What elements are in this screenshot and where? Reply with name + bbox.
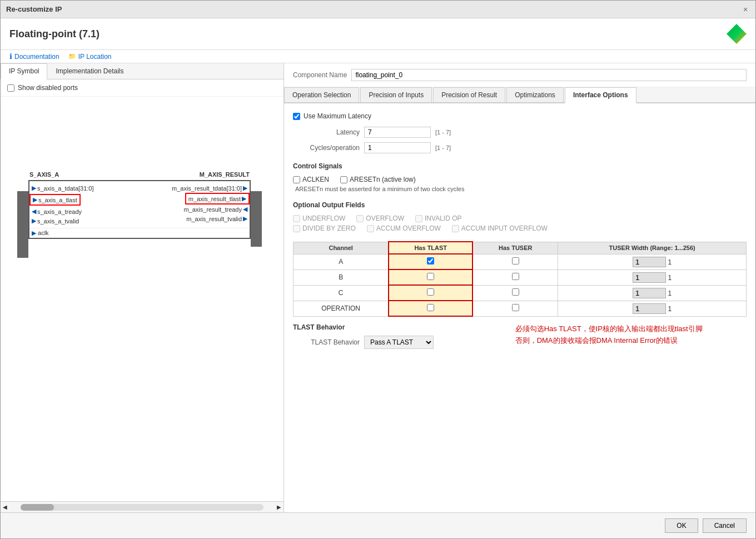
- title-bar: Re-customize IP ×: [1, 1, 755, 18]
- tab-optimizations[interactable]: Optimizations: [506, 87, 564, 102]
- symbol-box: S_AXIS_A M_AXIS_RESULT ▶ s_axis_a_tdata[…: [28, 180, 251, 239]
- tuser-a-checkbox[interactable]: [512, 257, 519, 264]
- aresetn-note: ARESETn must be asserted for a minimum o…: [295, 186, 747, 192]
- port-m-result-tvalid: m_axis_result_tvalid ▶: [184, 214, 250, 223]
- annotation-container: 必须勾选Has TLAST，使IP核的输入输出端都出现tlast引脚 否则，DM…: [504, 323, 747, 347]
- divide-by-zero-label: DIVIDE BY ZERO: [302, 224, 356, 232]
- accum-overflow-item: ACCUM OVERFLOW: [367, 224, 441, 232]
- tlast-behavior-select[interactable]: Pass A TLAST OR All TLASTS AND All TLAST…: [364, 336, 434, 349]
- tuser-width-a: 1: [558, 254, 747, 270]
- cycles-row: Cycles/operation [1 - 7]: [293, 142, 747, 153]
- latency-input[interactable]: [364, 127, 431, 138]
- cycles-input[interactable]: [364, 142, 431, 153]
- accum-overflow-checkbox[interactable]: [367, 225, 374, 232]
- tuser-a: [472, 254, 558, 270]
- tab-operation-selection[interactable]: Operation Selection: [284, 87, 359, 102]
- tab-ip-symbol[interactable]: IP Symbol: [1, 63, 47, 79]
- tlast-a-checkbox[interactable]: [427, 257, 434, 264]
- divide-by-zero-checkbox[interactable]: [293, 225, 300, 232]
- use-max-latency-checkbox[interactable]: [293, 113, 300, 120]
- channel-operation: OPERATION: [294, 301, 389, 316]
- right-panel: Component Name Operation Selection Preci…: [284, 63, 755, 512]
- show-disabled-checkbox[interactable]: [7, 84, 14, 92]
- file-icon: 📁: [68, 53, 76, 60]
- left-tabs: IP Symbol Implementation Details: [1, 63, 284, 79]
- left-connector: [17, 191, 28, 258]
- tlast-behavior-row: TLAST Behavior Pass A TLAST OR All TLAST…: [293, 336, 495, 349]
- channel-table: Channel Has TLAST Has TUSER TUSER Width …: [293, 241, 747, 317]
- invalid-op-checkbox[interactable]: [415, 215, 422, 222]
- table-row-operation: OPERATION 1: [294, 301, 747, 316]
- doc-label: Documentation: [14, 53, 59, 61]
- tuser-width-op-input[interactable]: [633, 303, 666, 314]
- ok-button[interactable]: OK: [665, 518, 698, 533]
- tlast-operation: [389, 301, 472, 316]
- vivado-logo: [727, 24, 747, 44]
- latency-range: [1 - 7]: [435, 129, 451, 136]
- scroll-left[interactable]: ◀: [1, 504, 9, 510]
- component-name-row: Component Name: [284, 63, 755, 87]
- show-disabled-row: Show disabled ports: [1, 79, 284, 97]
- window-title: Re-customize IP: [6, 5, 62, 13]
- accum-input-overflow-label: ACCUM INPUT OVERFLOW: [461, 224, 548, 232]
- underflow-label: UNDERFLOW: [302, 214, 345, 222]
- channel-a: A: [294, 254, 389, 270]
- tuser-width-a-input[interactable]: [633, 257, 666, 267]
- bottom-buttons: OK Cancel: [1, 512, 755, 538]
- col-has-tlast: Has TLAST: [389, 242, 472, 254]
- aresetn-checkbox[interactable]: [340, 176, 347, 183]
- control-signals-title: Control Signals: [293, 162, 747, 170]
- accum-input-overflow-checkbox[interactable]: [452, 225, 459, 232]
- documentation-link[interactable]: ℹ Documentation: [9, 52, 59, 61]
- scroll-right[interactable]: ▶: [275, 504, 284, 510]
- tuser-width-c: 1: [558, 285, 747, 301]
- tlast-b: [389, 270, 472, 285]
- comp-name-label: Component Name: [293, 71, 347, 79]
- left-panel: IP Symbol Implementation Details Show di…: [1, 63, 284, 512]
- symbol-container: S_AXIS_A M_AXIS_RESULT ▶ s_axis_a_tdata[…: [17, 180, 262, 239]
- cancel-button[interactable]: Cancel: [703, 518, 747, 533]
- close-button[interactable]: ×: [741, 5, 750, 14]
- scrollbar-thumb[interactable]: [21, 504, 54, 511]
- tab-precision-result[interactable]: Precision of Result: [433, 87, 505, 102]
- tlast-behavior-container: TLAST Behavior TLAST Behavior Pass A TLA…: [293, 323, 747, 353]
- right-connector: [251, 191, 262, 247]
- col-tuser-width: TUSER Width (Range: 1...256): [558, 242, 747, 254]
- ip-location-link[interactable]: 📁 IP Location: [68, 53, 112, 61]
- control-signals-section: Control Signals ACLKEN ARESETn (active l…: [293, 162, 747, 192]
- tlast-behavior-left: TLAST Behavior TLAST Behavior Pass A TLA…: [293, 323, 495, 353]
- show-disabled-label: Show disabled ports: [18, 84, 78, 92]
- left-scrollbar[interactable]: ◀ ▶: [1, 501, 284, 512]
- tuser-c-checkbox[interactable]: [512, 288, 519, 296]
- tuser-width-c-input[interactable]: [633, 288, 666, 298]
- divide-by-zero-item: DIVIDE BY ZERO: [293, 224, 356, 232]
- tuser-operation: [472, 301, 558, 316]
- right-ports: m_axis_result_tdata[31:0] ▶ m_axis_resul…: [140, 181, 250, 228]
- optional-row-2: DIVIDE BY ZERO ACCUM OVERFLOW ACCUM INPU…: [293, 224, 747, 232]
- cycles-label: Cycles/operation: [293, 144, 360, 152]
- tlast-operation-checkbox[interactable]: [427, 304, 434, 311]
- port-m-result-tlast: m_axis_result_tlast ▶: [185, 193, 250, 204]
- tab-impl-details[interactable]: Implementation Details: [47, 63, 132, 79]
- toolbar: ℹ Documentation 📁 IP Location: [1, 50, 755, 63]
- cycles-range: [1 - 7]: [435, 144, 451, 151]
- tab-interface-options[interactable]: Interface Options: [565, 87, 636, 103]
- comp-name-input[interactable]: [351, 69, 747, 81]
- port-m-result-tready: m_axis_result_tready ◀: [181, 204, 250, 214]
- ip-symbol-area: S_AXIS_A M_AXIS_RESULT ▶ s_axis_a_tdata[…: [1, 97, 284, 501]
- tab-precision-inputs[interactable]: Precision of Inputs: [360, 87, 432, 102]
- tuser-operation-checkbox[interactable]: [512, 304, 519, 311]
- overflow-checkbox[interactable]: [356, 215, 364, 222]
- port-s-axis-a-tvalid: ▶ s_axis_a_tvalid: [29, 216, 140, 226]
- tuser-b: [472, 270, 558, 285]
- aclken-checkbox[interactable]: [293, 176, 300, 183]
- tlast-b-checkbox[interactable]: [427, 273, 434, 280]
- channel-c: C: [294, 285, 389, 301]
- accum-input-overflow-item: ACCUM INPUT OVERFLOW: [452, 224, 548, 232]
- underflow-checkbox[interactable]: [293, 215, 300, 222]
- left-ports: ▶ s_axis_a_tdata[31:0] ▶ s_axis_a_tlast …: [29, 181, 140, 228]
- table-row-c: C 1: [294, 285, 747, 301]
- tlast-c-checkbox[interactable]: [427, 288, 434, 296]
- tuser-width-b-input[interactable]: [633, 272, 666, 283]
- tuser-b-checkbox[interactable]: [512, 273, 519, 280]
